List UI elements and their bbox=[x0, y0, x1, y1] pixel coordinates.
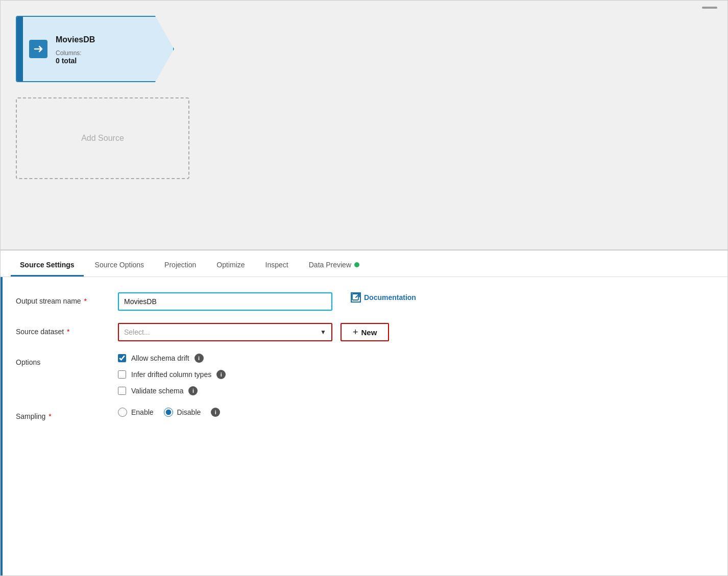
canvas-area: MoviesDB Columns: 0 total + Add Source bbox=[1, 1, 727, 251]
tab-source-settings[interactable]: Source Settings bbox=[11, 254, 84, 277]
output-stream-required: * bbox=[82, 297, 87, 305]
add-source-label: Add Source bbox=[81, 134, 124, 143]
options-row: Options Allow schema drift i Infer drift… bbox=[16, 354, 712, 395]
sampling-enable-group: Enable bbox=[118, 408, 154, 417]
output-stream-row: Output stream name * Documentation bbox=[16, 292, 712, 311]
node-title: MoviesDB bbox=[56, 35, 167, 44]
option-allow-schema-drift: Allow schema drift i bbox=[118, 354, 226, 363]
sampling-disable-label: Disable bbox=[177, 408, 201, 416]
node-icon-area bbox=[23, 17, 54, 81]
source-dataset-required: * bbox=[65, 328, 69, 336]
sampling-enable-label: Enable bbox=[131, 408, 154, 416]
source-icon bbox=[29, 40, 47, 58]
allow-schema-drift-info-icon[interactable]: i bbox=[195, 354, 204, 363]
option-validate-schema: Validate schema i bbox=[118, 386, 226, 395]
tab-source-options[interactable]: Source Options bbox=[86, 254, 154, 277]
infer-drifted-checkbox[interactable] bbox=[118, 370, 126, 379]
select-placeholder: Select... bbox=[124, 328, 150, 336]
sampling-disable-radio[interactable] bbox=[164, 408, 173, 417]
main-container: MoviesDB Columns: 0 total + Add Source S… bbox=[0, 0, 728, 576]
infer-drifted-info-icon[interactable]: i bbox=[216, 370, 226, 379]
validate-schema-checkbox[interactable] bbox=[118, 387, 126, 395]
tab-projection[interactable]: Projection bbox=[155, 254, 205, 277]
tabs-bar: Source Settings Source Options Projectio… bbox=[1, 251, 727, 277]
tab-data-preview[interactable]: Data Preview bbox=[300, 254, 369, 277]
form-left-bar bbox=[1, 277, 3, 575]
select-arrow-icon: ▼ bbox=[320, 329, 326, 336]
documentation-label: Documentation bbox=[364, 293, 416, 302]
allow-schema-drift-checkbox[interactable] bbox=[118, 354, 126, 362]
source-dataset-select[interactable]: Select... ▼ bbox=[118, 323, 332, 341]
sampling-enable-radio[interactable] bbox=[118, 408, 127, 417]
node-meta-label: Columns: bbox=[56, 49, 167, 57]
new-plus-icon: + bbox=[353, 327, 358, 338]
node-content: MoviesDB Columns: 0 total bbox=[54, 17, 173, 81]
tab-inspect[interactable]: Inspect bbox=[256, 254, 298, 277]
validate-schema-label: Validate schema bbox=[131, 387, 183, 395]
output-stream-label: Output stream name * bbox=[16, 292, 118, 307]
sampling-info-icon[interactable]: i bbox=[211, 408, 220, 417]
drag-handle[interactable] bbox=[702, 7, 717, 9]
node-meta-value: 0 total bbox=[56, 57, 167, 65]
options-label: Options bbox=[16, 354, 118, 368]
tab-optimize[interactable]: Optimize bbox=[207, 254, 254, 277]
source-dataset-label: Source dataset * bbox=[16, 323, 118, 337]
sampling-disable-group: Disable bbox=[164, 408, 201, 417]
sampling-required: * bbox=[46, 412, 51, 420]
svg-rect-0 bbox=[352, 294, 358, 300]
output-stream-controls: Documentation bbox=[118, 292, 712, 311]
sampling-label: Sampling * bbox=[16, 408, 118, 422]
data-preview-dot bbox=[354, 262, 359, 267]
sampling-controls: Enable Disable i bbox=[118, 408, 220, 417]
sampling-row: Sampling * Enable Disable i bbox=[16, 408, 712, 422]
documentation-link[interactable]: Documentation bbox=[351, 292, 416, 303]
node-left-bar bbox=[17, 17, 23, 81]
node-card: MoviesDB Columns: 0 total + bbox=[16, 16, 174, 82]
allow-schema-drift-label: Allow schema drift bbox=[131, 354, 189, 362]
new-button[interactable]: + New bbox=[341, 323, 389, 341]
form-area: Output stream name * Documentation bbox=[1, 277, 727, 575]
data-preview-label: Data Preview bbox=[309, 261, 351, 269]
output-stream-input[interactable] bbox=[118, 292, 332, 311]
add-source-box[interactable]: Add Source bbox=[16, 97, 189, 179]
new-button-label: New bbox=[361, 328, 377, 337]
node-plus[interactable]: + bbox=[175, 65, 180, 76]
infer-drifted-label: Infer drifted column types bbox=[131, 370, 211, 379]
doc-link-icon bbox=[351, 292, 361, 303]
option-infer-drifted: Infer drifted column types i bbox=[118, 370, 226, 379]
source-dataset-row: Source dataset * Select... ▼ + New bbox=[16, 323, 712, 341]
validate-schema-info-icon[interactable]: i bbox=[188, 386, 198, 395]
options-area: Allow schema drift i Infer drifted colum… bbox=[118, 354, 226, 395]
bottom-panel: Source Settings Source Options Projectio… bbox=[1, 251, 727, 575]
source-dataset-controls: Select... ▼ + New bbox=[118, 323, 712, 341]
